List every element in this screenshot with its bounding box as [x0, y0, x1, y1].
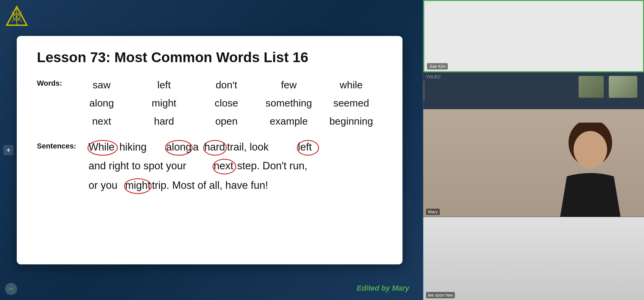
svg-text:left: left [298, 141, 312, 153]
mary-label: Mary [426, 209, 440, 215]
word-item: don't [195, 77, 258, 93]
lee-video-tile: lee soon hee [423, 217, 644, 300]
slide-title: Lesson 73: Most Common Words List 16 [37, 49, 382, 66]
thumbnail [609, 76, 637, 98]
word-item: left [133, 77, 195, 93]
svg-text:step. Don't run,: step. Don't run, [237, 160, 307, 172]
word-item: seemed [320, 95, 382, 111]
main-presentation-area: + ✏ Edited by Mary Lesson 73: Most Commo… [0, 0, 423, 300]
svg-text:hiking: hiking [119, 141, 147, 153]
svg-text:or you: or you [89, 179, 117, 191]
word-item: saw [70, 77, 133, 93]
right-panel: Jiae Kim YGLEC Mary lee soon hee [423, 0, 644, 300]
svg-text:While: While [89, 141, 115, 153]
yglec-label: YGLEC [426, 74, 441, 79]
jiae-label: Jiae Kim [427, 63, 448, 70]
word-item: open [195, 114, 258, 129]
edited-by-label: Edited by Mary [357, 284, 409, 293]
words-section: Words: sawleftdon'tfewwhilealongmightclo… [37, 77, 382, 129]
words-grid: sawleftdon'tfewwhilealongmightclosesomet… [70, 77, 382, 129]
svg-text:a: a [193, 141, 199, 153]
word-item: might [133, 95, 195, 111]
sentences-section: Sentences: While hiking along a hard [37, 139, 382, 212]
divider [423, 81, 425, 101]
svg-point-26 [574, 131, 607, 168]
word-item: few [258, 77, 320, 93]
word-item: something [258, 95, 320, 111]
yglec-tile: YGLEC [423, 72, 644, 109]
word-item: along [70, 95, 133, 111]
word-item: example [258, 114, 320, 129]
jiae-video-tile: Jiae Kim [423, 0, 644, 72]
word-item: beginning [320, 114, 382, 129]
word-item: next [70, 114, 133, 129]
svg-text:and right to spot your: and right to spot your [89, 160, 186, 172]
sentences-content: While hiking along a hard trail, look le… [76, 139, 382, 212]
word-item: close [195, 95, 258, 111]
mary-silhouette [547, 123, 634, 217]
word-item: while [320, 77, 382, 93]
lee-label: lee soon hee [426, 292, 455, 298]
svg-text:trail, look: trail, look [227, 141, 269, 153]
svg-text:might: might [125, 179, 151, 191]
thumbnail-2 [579, 76, 604, 98]
svg-text:next: next [214, 160, 233, 172]
svg-text:along: along [166, 141, 192, 153]
word-item: hard [133, 114, 195, 129]
words-label: Words: [37, 77, 70, 88]
add-button[interactable]: + [3, 145, 13, 155]
mary-video-tile: Mary [423, 109, 644, 217]
edit-button[interactable]: ✏ [5, 283, 17, 295]
svg-text:trip. Most of all, have fun!: trip. Most of all, have fun! [152, 179, 268, 191]
slide-card: Lesson 73: Most Common Words List 16 Wor… [17, 36, 402, 264]
sentences-label: Sentences: [37, 139, 76, 151]
svg-text:hard: hard [204, 141, 225, 153]
school-logo [5, 5, 29, 29]
